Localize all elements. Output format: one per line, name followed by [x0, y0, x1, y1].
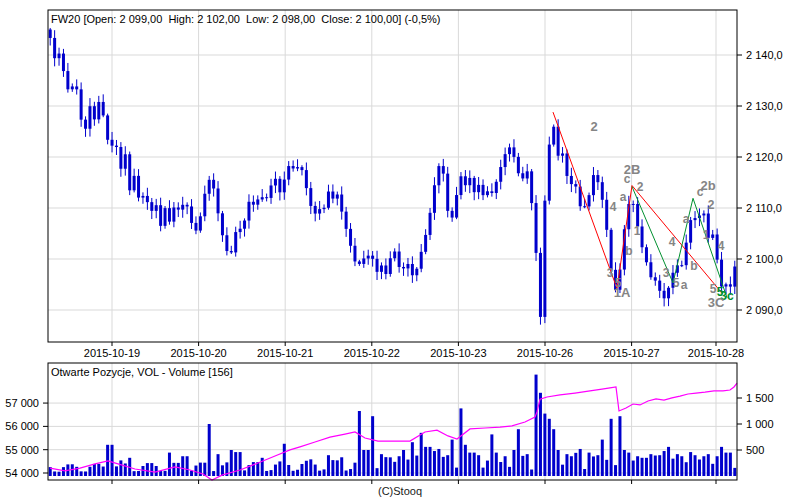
- candle-body: [649, 262, 652, 277]
- candle-body: [353, 246, 356, 262]
- volume-bar: [177, 463, 180, 476]
- volume-bar: [349, 469, 352, 476]
- candle-body: [411, 264, 414, 275]
- candle-body: [208, 180, 211, 194]
- volume-bar: [464, 445, 467, 476]
- candle-body: [477, 185, 480, 192]
- date-axis-label: 2015-10-19: [84, 347, 140, 359]
- candle-body: [234, 232, 237, 252]
- candle-body: [261, 197, 264, 199]
- candle-body: [323, 208, 326, 209]
- wave-label: 4: [610, 200, 617, 214]
- wave-label: 2: [708, 198, 715, 212]
- candle-body: [331, 192, 334, 199]
- volume-bar: [380, 454, 383, 476]
- candle-body: [588, 195, 591, 206]
- volume-bar: [194, 466, 197, 476]
- candle-body: [327, 192, 330, 208]
- candle-body: [265, 197, 268, 198]
- candle-body: [680, 265, 683, 266]
- volume-bar: [517, 429, 520, 476]
- volume-bar: [570, 456, 573, 476]
- volume-bar: [296, 470, 299, 476]
- price-axis-label: 2 090,0: [746, 304, 783, 316]
- candle-body: [296, 167, 299, 168]
- candle-body: [724, 284, 727, 286]
- volume-bar: [680, 456, 683, 476]
- volume-bar: [137, 471, 140, 476]
- volume-bar: [159, 471, 162, 476]
- wave-label: a: [620, 190, 627, 204]
- volume-bar: [208, 424, 211, 476]
- volume-bar: [627, 453, 630, 476]
- volume-bar: [367, 450, 370, 476]
- volume-bar: [561, 465, 564, 476]
- price-axis-label: 2 140,0: [746, 49, 783, 61]
- candle-body: [592, 175, 595, 195]
- candle-body: [283, 180, 286, 193]
- wave-label: b: [690, 259, 697, 273]
- candle-body: [632, 204, 635, 205]
- candle-body: [605, 200, 608, 230]
- volume-bar: [283, 444, 286, 476]
- candle-body: [548, 145, 551, 201]
- wave-label: 1: [634, 224, 641, 238]
- volume-bar: [406, 460, 409, 476]
- candle-body: [420, 252, 423, 269]
- volume-bar: [694, 455, 697, 476]
- volume-bar: [442, 457, 445, 476]
- volume-bar: [689, 452, 692, 476]
- volume-bar: [490, 434, 493, 476]
- candle-body: [468, 178, 471, 185]
- volume-bar: [698, 459, 701, 476]
- candle-body: [159, 205, 162, 226]
- wave-label: 3C: [708, 295, 725, 310]
- volume-bar: [579, 449, 582, 476]
- candle-body: [106, 115, 109, 139]
- wave-label: 5: [710, 282, 717, 296]
- candle-body: [177, 207, 180, 209]
- volume-bar: [618, 416, 621, 476]
- volume-bar: [292, 471, 295, 476]
- candle-body: [115, 146, 118, 147]
- volume-bar: [393, 462, 396, 476]
- candle-body: [292, 166, 295, 168]
- candle-body: [141, 196, 144, 198]
- volume-bar: [398, 456, 401, 476]
- volume-bar: [53, 471, 56, 476]
- candle-body: [66, 71, 69, 89]
- volume-bar: [610, 419, 613, 476]
- volume-bar: [565, 454, 568, 476]
- volume-bar: [429, 447, 432, 476]
- volume-bar: [557, 450, 560, 476]
- volume-bar: [305, 461, 308, 476]
- wave-label: 2: [637, 180, 644, 194]
- candle-body: [88, 106, 91, 129]
- volume-bar: [243, 470, 246, 476]
- candle-body: [380, 265, 383, 271]
- candle-body: [256, 199, 259, 204]
- volume-bar: [336, 460, 339, 476]
- candle-body: [499, 167, 502, 182]
- volume-bar: [588, 453, 591, 476]
- volume-bar: [583, 469, 586, 476]
- volume-bar: [345, 471, 348, 476]
- volume-bar: [62, 467, 65, 476]
- volume-bar: [526, 454, 529, 476]
- volume-panel-header: Otwarte Pozycje, VOL - Volume [156]: [51, 366, 233, 378]
- volume-bar: [371, 416, 374, 476]
- volume-bar: [451, 440, 454, 476]
- volume-bar: [186, 456, 189, 476]
- volume-bar: [468, 453, 471, 476]
- candle-body: [128, 154, 131, 190]
- date-axis-label: 2015-10-23: [430, 347, 486, 359]
- wave-label: 2: [590, 119, 597, 134]
- candle-body: [521, 173, 524, 178]
- wave-label: a: [681, 278, 688, 292]
- candle-body: [349, 229, 352, 246]
- wave-label: b: [625, 244, 632, 258]
- date-axis-label: 2015-10-20: [170, 347, 226, 359]
- candle-body: [583, 206, 586, 207]
- candle-body: [340, 195, 343, 212]
- volume-bar: [539, 393, 542, 476]
